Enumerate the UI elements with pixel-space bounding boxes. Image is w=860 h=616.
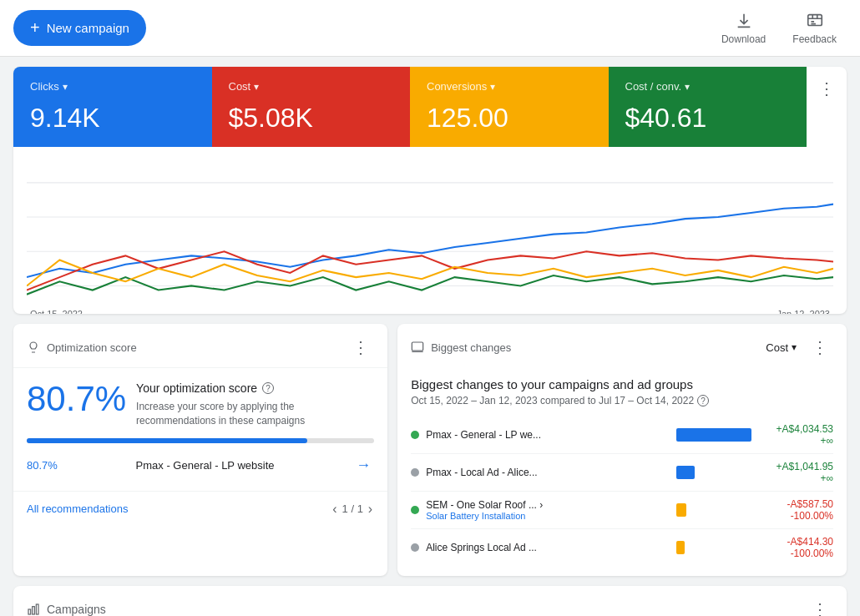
info-icon[interactable]: ?: [262, 382, 274, 394]
bc-row-1: Pmax - General - LP we... +A$4,034.53 +∞: [411, 417, 833, 454]
cost-dropdown-chevron-icon: ▾: [792, 341, 797, 353]
bc-bar-1: [676, 428, 751, 442]
bc-dot-3: [411, 506, 419, 514]
svg-rect-8: [36, 604, 38, 614]
feedback-button[interactable]: Feedback: [782, 5, 847, 52]
campaigns-menu-button[interactable]: ⋮: [807, 598, 833, 616]
biggest-changes-title-text: Biggest changes: [431, 341, 511, 354]
bc-change-4: -A$414.30 -100.00%: [766, 536, 833, 559]
clicks-label: Clicks ▾: [30, 80, 195, 93]
optimization-desc-title: Your optimization score ?: [136, 381, 374, 395]
cost-conv-value: $40.61: [625, 103, 791, 134]
bc-campaign-name-4: Alice Springs Local Ad ...: [426, 542, 670, 553]
performance-chart: [27, 157, 833, 303]
campaign-arrow-button[interactable]: →: [352, 457, 374, 474]
stats-chart-card: Clicks ▾ 9.14K Cost ▾ $5.08K Conversions…: [13, 67, 847, 314]
cost-stat: Cost ▾ $5.08K: [212, 67, 411, 147]
cost-conv-stat: Cost / conv. ▾ $40.61: [609, 67, 807, 147]
clicks-chevron-icon: ▾: [63, 81, 68, 93]
bc-bar-3: [676, 503, 686, 517]
header: + New campaign Download Feedback: [0, 0, 860, 57]
campaigns-title-text: Campaigns: [47, 603, 106, 616]
optimization-score-main: 80.7% Your optimization score ? Increase…: [27, 381, 374, 428]
bc-dot-1: [411, 431, 419, 439]
new-campaign-button[interactable]: + New campaign: [13, 10, 146, 46]
optimization-campaign-row: 80.7% Pmax - General - LP website →: [27, 448, 374, 477]
plus-icon: +: [30, 18, 40, 38]
campaigns-card: Campaigns ⋮: [13, 586, 847, 616]
biggest-changes-controls: Cost ▾ ⋮: [759, 336, 833, 359]
chart-area: Oct 15, 2022 Jan 12, 2023: [13, 147, 847, 314]
pagination-next-button[interactable]: ›: [367, 500, 374, 518]
new-campaign-label: New campaign: [47, 21, 129, 35]
pagination-label: 1 / 1: [342, 502, 363, 515]
biggest-changes-date-range: Oct 15, 2022 – Jan 12, 2023 compared to …: [411, 395, 833, 406]
optimization-desc-sub: Increase your score by applying the reco…: [136, 400, 374, 428]
bc-bar-4: [676, 541, 685, 554]
pagination: ‹ 1 / 1 ›: [331, 500, 374, 518]
feedback-label: Feedback: [792, 33, 837, 45]
optimization-score-big: 80.7%: [27, 381, 126, 417]
optimization-card: Optimization score ⋮ 80.7% Your optimiza…: [13, 324, 387, 576]
main-content: Clicks ▾ 9.14K Cost ▾ $5.08K Conversions…: [0, 57, 860, 616]
cost-dropdown-label: Cost: [766, 341, 788, 354]
bc-campaign-name-1: Pmax - General - LP we...: [426, 429, 670, 441]
optimization-card-title: Optimization score: [27, 341, 137, 354]
biggest-changes-title: Biggest changes: [411, 341, 511, 354]
biggest-changes-main-title: Biggest changes to your campaigns and ad…: [411, 377, 833, 391]
biggest-changes-card: Biggest changes Cost ▾ ⋮ Biggest changes…: [397, 324, 847, 576]
bc-campaign-name-3: SEM - One Solar Roof ... › Solar Battery…: [426, 499, 670, 521]
chart-icon: [411, 341, 424, 354]
bc-change-2: +A$1,041.95 +∞: [766, 461, 833, 484]
bc-bar-area-1: [676, 428, 760, 442]
progress-bar-fill: [27, 438, 307, 443]
optimization-card-header: Optimization score ⋮: [13, 324, 387, 368]
cost-chevron-icon: ▾: [254, 81, 259, 93]
svg-rect-5: [412, 342, 423, 351]
conversions-stat: Conversions ▾ 125.00: [410, 67, 609, 147]
campaigns-title: Campaigns: [27, 603, 106, 616]
date-range-info-icon[interactable]: ?: [697, 395, 709, 406]
optimization-menu-button[interactable]: ⋮: [347, 336, 374, 359]
biggest-changes-body: Biggest changes to your campaigns and ad…: [397, 367, 847, 576]
svg-rect-6: [28, 609, 31, 614]
conversions-chevron-icon: ▾: [490, 81, 495, 93]
cost-dropdown[interactable]: Cost ▾: [759, 338, 803, 357]
lightbulb-icon: [27, 341, 40, 354]
bar-chart-icon: [27, 603, 40, 616]
feedback-icon: [806, 12, 824, 30]
pagination-prev-button[interactable]: ‹: [331, 500, 338, 518]
svg-rect-7: [33, 607, 35, 614]
bc-bar-2: [676, 466, 695, 479]
chart-dates: Oct 15, 2022 Jan 12, 2023: [27, 309, 833, 314]
progress-bar-background: [27, 438, 374, 443]
campaigns-header: Campaigns ⋮: [13, 586, 847, 616]
bc-campaign-name-2: Pmax - Local Ad - Alice...: [426, 467, 670, 478]
cost-label: Cost ▾: [229, 80, 394, 93]
clicks-stat: Clicks ▾ 9.14K: [13, 67, 212, 147]
chart-date-start: Oct 15, 2022: [30, 309, 83, 314]
bc-dot-2: [411, 468, 419, 477]
download-button[interactable]: Download: [711, 5, 776, 52]
download-icon: [735, 12, 753, 30]
stats-row: Clicks ▾ 9.14K Cost ▾ $5.08K Conversions…: [13, 67, 847, 147]
cost-conv-label: Cost / conv. ▾: [625, 80, 791, 93]
clicks-value: 9.14K: [30, 103, 195, 134]
conversions-label: Conversions ▾: [427, 80, 592, 93]
biggest-changes-menu-button[interactable]: ⋮: [807, 336, 833, 359]
optimization-card-footer: All recommendations ‹ 1 / 1 ›: [13, 491, 387, 530]
bc-dot-4: [411, 543, 419, 552]
optimization-body: 80.7% Your optimization score ? Increase…: [13, 368, 387, 491]
stats-menu-button[interactable]: ⋮: [813, 77, 840, 100]
bottom-row: Optimization score ⋮ 80.7% Your optimiza…: [13, 324, 847, 576]
cost-conv-chevron-icon: ▾: [685, 81, 690, 93]
campaign-score: 80.7%: [27, 459, 58, 472]
bc-row-4: Alice Springs Local Ad ... -A$414.30 -10…: [411, 529, 833, 566]
bc-bar-area-4: [676, 541, 760, 554]
all-recommendations-link[interactable]: All recommendations: [27, 502, 128, 515]
campaign-name: Pmax - General - LP website: [136, 459, 275, 472]
biggest-changes-header: Biggest changes Cost ▾ ⋮: [397, 324, 847, 367]
bc-row-3: SEM - One Solar Roof ... › Solar Battery…: [411, 492, 833, 529]
bc-change-1: +A$4,034.53 +∞: [766, 423, 833, 447]
download-label: Download: [721, 33, 766, 45]
